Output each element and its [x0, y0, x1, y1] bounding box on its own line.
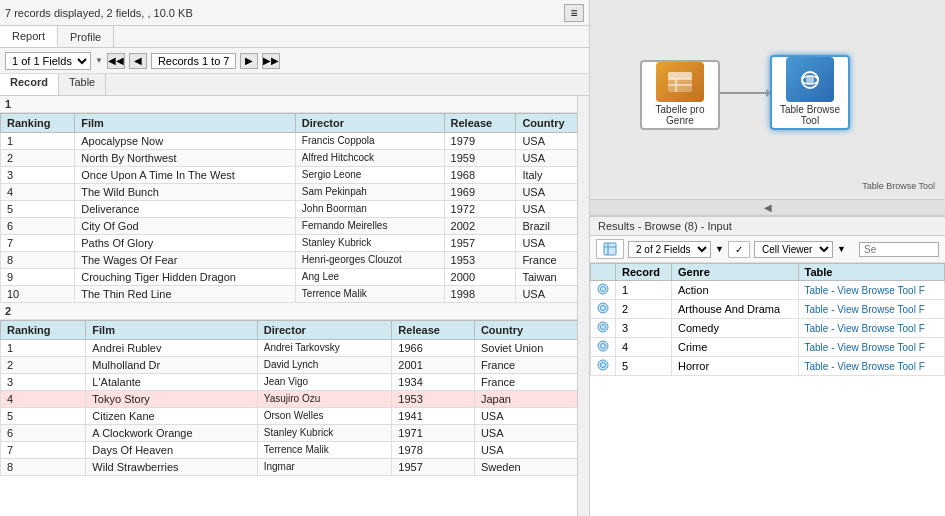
cell-ranking: 9: [1, 269, 75, 286]
scrollbar[interactable]: [577, 96, 589, 516]
cell-ranking: 6: [1, 425, 86, 442]
list-item[interactable]: 4 Crime Table - View Browse Tool F: [591, 338, 945, 357]
cell-ranking: 4: [1, 391, 86, 408]
cell-director: Terrence Malik: [295, 286, 444, 303]
list-item[interactable]: 2 Arthouse And Drama Table - View Browse…: [591, 300, 945, 319]
nav-prev-button[interactable]: ◀: [129, 53, 147, 69]
cell-country: USA: [474, 425, 588, 442]
view-tab-record[interactable]: Record: [0, 74, 59, 95]
cell-director: Orson Welles: [257, 408, 392, 425]
cell-genre: Horror: [671, 357, 798, 376]
results-col-genre: Genre: [671, 264, 798, 281]
group-1-table: Ranking Film Director Release Country 1 …: [0, 113, 589, 303]
fields-count-select[interactable]: 2 of 2 Fields: [628, 241, 711, 258]
cell-record: 3: [616, 319, 672, 338]
table-node[interactable]: Tabelle pro Genre: [640, 60, 720, 130]
svg-point-13: [598, 303, 608, 313]
svg-rect-8: [604, 243, 616, 255]
cell-ranking: 10: [1, 286, 75, 303]
collapse-handle[interactable]: ◀: [590, 200, 945, 216]
table-icon-btn[interactable]: [596, 239, 624, 259]
cell-table: Table - View Browse Tool F: [798, 300, 945, 319]
cell-release: 1934: [392, 374, 475, 391]
browse-node-icon: [786, 57, 834, 102]
cell-film: L'Atalante: [86, 374, 257, 391]
cell-film: The Wages Of Fear: [75, 252, 296, 269]
nav-next-button[interactable]: ▶: [240, 53, 258, 69]
cell-viewer-chevron: ▼: [837, 244, 846, 254]
cell-viewer-select[interactable]: Cell Viewer: [754, 241, 833, 258]
cell-ranking: 7: [1, 235, 75, 252]
table-row: 10 The Thin Red Line Terrence Malik 1998…: [1, 286, 589, 303]
col-ranking-1: Ranking: [1, 114, 75, 133]
col-release-1: Release: [444, 114, 516, 133]
cell-film: Tokyo Story: [86, 391, 257, 408]
cell-ranking: 1: [1, 340, 86, 357]
cell-film: A Clockwork Orange: [86, 425, 257, 442]
cell-ranking: 3: [1, 374, 86, 391]
table-row: 5 Citizen Kane Orson Welles 1941 USA: [1, 408, 589, 425]
tab-profile[interactable]: Profile: [58, 26, 114, 47]
cell-record: 4: [616, 338, 672, 357]
list-item[interactable]: 5 Horror Table - View Browse Tool F: [591, 357, 945, 376]
col-country-2: Country: [474, 321, 588, 340]
results-col-record: Record: [616, 264, 672, 281]
cell-ranking: 3: [1, 167, 75, 184]
cell-director: Fernando Meirelles: [295, 218, 444, 235]
cell-release: 1972: [444, 201, 516, 218]
svg-point-6: [806, 76, 814, 84]
cell-release: 1959: [444, 150, 516, 167]
cell-director: Jean Vigo: [257, 374, 392, 391]
search-input[interactable]: [859, 242, 939, 257]
table-row: 2 Mulholland Dr David Lynch 2001 France: [1, 357, 589, 374]
table-node-icon: [656, 62, 704, 102]
right-panel: Tabelle pro Genre Table Browse Tool Tabl…: [590, 0, 945, 516]
main-tabs: Report Profile: [0, 26, 589, 48]
cell-release: 1953: [444, 252, 516, 269]
cell-director: Sam Pekinpah: [295, 184, 444, 201]
cell-table: Table - View Browse Tool F: [798, 338, 945, 357]
fields-select[interactable]: 1 of 1 Fields: [5, 52, 91, 70]
cell-ranking: 2: [1, 357, 86, 374]
table-row: 9 Crouching Tiger Hidden Dragon Ang Lee …: [1, 269, 589, 286]
bottom-panel: Results - Browse (8) - Input 2 of 2 Fiel…: [590, 216, 945, 516]
cell-record: 2: [616, 300, 672, 319]
svg-rect-1: [668, 72, 692, 79]
cell-film: The Wild Bunch: [75, 184, 296, 201]
cell-country: USA: [474, 408, 588, 425]
cell-director: John Boorman: [295, 201, 444, 218]
nav-first-button[interactable]: ◀◀: [107, 53, 125, 69]
cell-release: 1969: [444, 184, 516, 201]
cell-release: 2001: [392, 357, 475, 374]
cell-director: Stanley Kubrick: [295, 235, 444, 252]
cell-genre: Crime: [671, 338, 798, 357]
list-item[interactable]: 3 Comedy Table - View Browse Tool F: [591, 319, 945, 338]
table-node-label: Tabelle pro Genre: [642, 102, 718, 128]
tab-report[interactable]: Report: [0, 26, 58, 47]
cell-country: Japan: [474, 391, 588, 408]
view-tab-table[interactable]: Table: [59, 74, 106, 95]
cell-ranking: 5: [1, 408, 86, 425]
results-label: Results - Browse (8) - Input: [598, 220, 732, 232]
nav-last-button[interactable]: ▶▶: [262, 53, 280, 69]
cell-ranking: 6: [1, 218, 75, 235]
cell-release: 1957: [444, 235, 516, 252]
config-button[interactable]: ≡: [564, 4, 584, 22]
cell-film: Once Upon A Time In The West: [75, 167, 296, 184]
checkmark-btn[interactable]: ✓: [728, 241, 750, 258]
browse-node[interactable]: Table Browse Tool: [770, 55, 850, 130]
cell-country: USA: [474, 442, 588, 459]
cell-film: North By Northwest: [75, 150, 296, 167]
cell-director: David Lynch: [257, 357, 392, 374]
cell-film: Crouching Tiger Hidden Dragon: [75, 269, 296, 286]
cell-release: 1971: [392, 425, 475, 442]
cell-release: 1966: [392, 340, 475, 357]
table-row: 1 Andrei Rublev Andrei Tarkovsky 1966 So…: [1, 340, 589, 357]
expand-icon: ▼: [95, 56, 103, 65]
list-item[interactable]: 1 Action Table - View Browse Tool F: [591, 281, 945, 300]
cell-ranking: 1: [1, 133, 75, 150]
table-row: 4 The Wild Bunch Sam Pekinpah 1969 USA: [1, 184, 589, 201]
cell-record: 1: [616, 281, 672, 300]
cell-icon: [591, 300, 616, 319]
cell-director: Terrence Malik: [257, 442, 392, 459]
